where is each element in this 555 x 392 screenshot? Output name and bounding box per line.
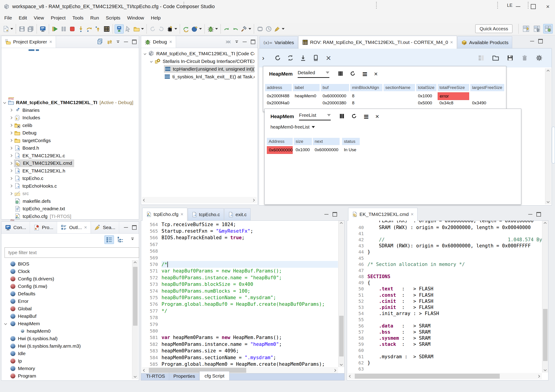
device-icon[interactable] — [312, 55, 319, 61]
reload-icon[interactable] — [274, 55, 281, 61]
close-icon[interactable]: × — [169, 39, 172, 44]
download-icon[interactable] — [300, 55, 307, 61]
tree-item[interactable]: Debug — [10, 129, 37, 137]
chevron-right-icon[interactable] — [9, 124, 13, 127]
column-header[interactable]: label — [293, 84, 320, 91]
perspective-debug-icon[interactable] — [543, 24, 553, 34]
minimize-panel-icon[interactable] — [324, 214, 329, 214]
cmd-hscrollbar[interactable] — [348, 373, 542, 379]
tree-item[interactable]: makefile.defs — [10, 197, 51, 205]
tab-project-explorer[interactable]: Project Explorer × — [1, 36, 56, 48]
chevron-right-icon[interactable] — [9, 147, 13, 150]
folder-import-icon[interactable] — [132, 25, 141, 33]
page-tab-TI-RTOS[interactable]: TI-RTOS — [142, 372, 169, 380]
rov-window-heapmem-detailed[interactable]: HeapMem Detailed ≡ × addresslabelbufminB… — [263, 66, 506, 112]
close-icon[interactable]: × — [375, 113, 379, 120]
tab-con[interactable]: Con... — [1, 221, 30, 233]
layout-gray-icon[interactable] — [478, 55, 485, 61]
minimize-panel-icon[interactable] — [124, 227, 128, 228]
tree-list-icon[interactable] — [116, 235, 125, 243]
perspective-tools-icon[interactable] — [532, 24, 541, 33]
minimize-panel-icon[interactable] — [530, 41, 534, 41]
tab-tcpEcho-c[interactable]: .ctcpEcho.c — [188, 208, 224, 221]
target-config-icon[interactable] — [115, 24, 124, 34]
pen-gold-icon[interactable] — [273, 25, 282, 33]
tree-item[interactable]: tcpEcho.cfg [TI-RTOS] — [10, 213, 71, 220]
chevron-right-icon[interactable] — [9, 185, 13, 187]
chevron-down-icon[interactable] — [144, 52, 146, 55]
filter-input[interactable]: type filter text — [5, 247, 139, 258]
chevron-right-icon[interactable] — [9, 169, 13, 172]
close-icon[interactable]: × — [450, 40, 453, 45]
clock-gray-icon[interactable] — [264, 25, 273, 33]
outline-item[interactable]: Defaults — [10, 290, 35, 297]
outline-item[interactable]: HeapMem — [10, 320, 40, 327]
column-header[interactable]: minBlockAlign — [350, 84, 382, 91]
tree-item-project[interactable]: RTSC RAM_tcpEcho_EK_TM4C129EXL_TI[Active… — [4, 99, 133, 106]
maximize-panel-icon[interactable] — [536, 212, 541, 217]
outline-item[interactable]: Idle — [10, 350, 26, 357]
tree-item[interactable]: .h Board.h — [10, 144, 39, 152]
columns-icon[interactable] — [339, 113, 345, 120]
chevron-right-icon[interactable] — [9, 192, 13, 195]
tree-item[interactable]: targetConfigs — [10, 137, 51, 144]
outline-item[interactable]: Config (ti.drivers) — [10, 275, 54, 282]
outline-item[interactable]: heapMem0 — [21, 327, 51, 335]
outline-item[interactable]: HeapBuf — [10, 312, 37, 320]
debug-launch-icon[interactable] — [51, 25, 59, 33]
debug-tree-item[interactable]: RAM_tcpEcho_EK_TM4C129EXL_TI [Code Comp — [144, 50, 254, 57]
tab-pro[interactable]: Pro... — [30, 221, 57, 233]
tree-item[interactable]: .c tcpEcho.c — [10, 175, 43, 182]
minimize-window-icon[interactable] — [516, 6, 520, 7]
column-header[interactable]: largestFreeSize — [470, 84, 504, 91]
skip-back-icon[interactable] — [148, 25, 157, 33]
dropdown-caret-icon[interactable] — [199, 28, 202, 30]
restore-icon[interactable] — [182, 25, 190, 33]
menu-scripts[interactable]: Scripts — [102, 14, 124, 21]
page-tab-cfg-Script[interactable]: cfg Script — [199, 371, 230, 380]
sync-icon[interactable] — [287, 55, 294, 61]
tree-item[interactable]: tcpEcho_readme.txt — [10, 205, 65, 213]
outline-item[interactable]: Global — [10, 305, 32, 312]
tab-available-products[interactable]: Available Products — [457, 36, 512, 49]
stop-icon[interactable] — [68, 25, 77, 33]
link-with-editor-icon[interactable]: ⇄ — [107, 38, 112, 45]
instance-selector[interactable]: heapMem0-freeList — [270, 124, 521, 130]
chevron-down-icon[interactable] — [3, 101, 6, 104]
chevron-right-icon[interactable] — [9, 109, 13, 112]
pointer-icon[interactable] — [124, 25, 132, 33]
tree-item[interactable]: .c tcpEchoHooks.c — [10, 182, 57, 190]
column-header[interactable]: sectionName — [384, 84, 415, 91]
menu-view[interactable]: View — [30, 14, 47, 21]
tab-tcpEcho-cfg[interactable]: tcpEcho.cfg × — [142, 208, 187, 221]
column-header[interactable]: buf — [321, 84, 349, 91]
outline-item[interactable]: BIOS — [10, 260, 29, 268]
column-header[interactable]: size — [294, 138, 312, 145]
memory-box-icon[interactable] — [256, 25, 264, 33]
maximize-panel-icon[interactable] — [132, 40, 137, 44]
fast-view-handle[interactable] — [552, 127, 555, 164]
tree-item[interactable]: Binaries — [10, 106, 40, 114]
chevron-right-icon[interactable] — [9, 154, 13, 157]
save-all-icon[interactable] — [26, 25, 35, 33]
outline-item[interactable]: Ip — [10, 357, 22, 365]
outline-item[interactable]: Hwi (ti.sysbios.hal) — [10, 335, 58, 342]
gear-icon[interactable] — [536, 55, 542, 61]
close-icon[interactable]: × — [374, 71, 378, 77]
cmd-vscrollbar[interactable] — [542, 221, 548, 372]
column-header[interactable]: totalFreeSize — [438, 84, 469, 91]
flat-list-icon[interactable] — [104, 235, 114, 244]
view-menu-icon[interactable] — [235, 41, 239, 43]
step-return-icon[interactable] — [94, 25, 102, 33]
pause-icon[interactable] — [59, 25, 68, 33]
remove-all-terminated-icon[interactable]: ×× — [226, 39, 231, 45]
chevron-right-icon[interactable] — [9, 116, 13, 119]
column-header[interactable]: totalSize — [416, 84, 437, 91]
cfg-vscrollbar[interactable] — [338, 221, 344, 367]
debug-tree-item[interactable]: Stellaris In-Circuit Debug Interface/COR… — [150, 57, 254, 65]
tree-item[interactable]: .h EK_TM4C129EXL.h — [10, 167, 65, 174]
dropdown-caret-icon[interactable] — [215, 28, 218, 30]
new-file-icon[interactable] — [2, 25, 10, 33]
step-over-icon[interactable] — [85, 25, 94, 33]
debug-hscrollbar[interactable] — [142, 197, 257, 203]
